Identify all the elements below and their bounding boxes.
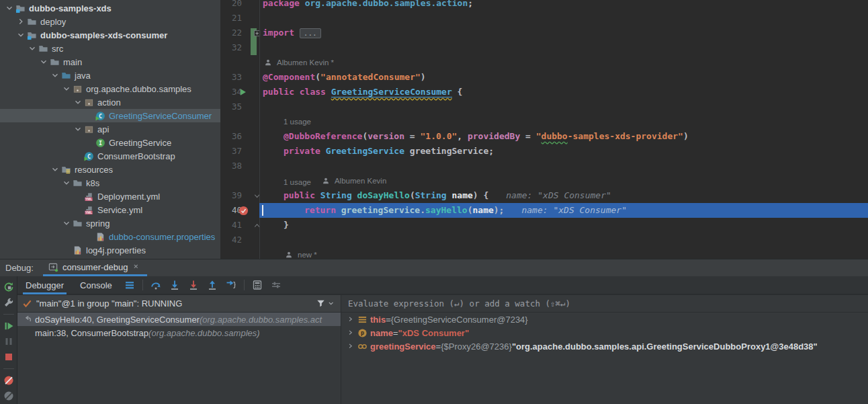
step-into-button[interactable] bbox=[167, 278, 182, 292]
tree-item-label: GreetingServiceConsumer bbox=[109, 111, 212, 121]
chevron-expanded-icon[interactable] bbox=[38, 56, 49, 67]
tree-item-k8s[interactable]: k8s bbox=[0, 176, 220, 190]
editor-line-37[interactable]: 37private GreetingService greetingServic… bbox=[220, 144, 868, 159]
stop-button[interactable] bbox=[3, 352, 15, 363]
tree-item-action[interactable]: action bbox=[0, 95, 220, 109]
tree-item-log4j-properties[interactable]: log4j.properties bbox=[0, 243, 220, 257]
evaluate-expression-button[interactable] bbox=[250, 278, 265, 292]
view-breakpoints-button[interactable] bbox=[3, 374, 15, 386]
editor-line-41[interactable]: 41} bbox=[220, 218, 868, 233]
tab-consumer-debug[interactable]: consumer-debug bbox=[43, 259, 148, 276]
force-step-into-button[interactable] bbox=[186, 278, 201, 292]
filter-icon[interactable] bbox=[315, 298, 326, 309]
tree-item-deployment-yml[interactable]: YMLDeployment.yml bbox=[0, 190, 220, 203]
execution-point-icon bbox=[21, 314, 34, 325]
run-arrow-icon[interactable] bbox=[238, 87, 249, 97]
resume-program-icon bbox=[3, 321, 14, 331]
view-tab-console[interactable]: Console bbox=[72, 276, 120, 294]
chevron-down-icon[interactable] bbox=[326, 298, 337, 309]
chevron-expanded-icon[interactable] bbox=[61, 83, 72, 94]
tree-item-service-yml[interactable]: YMLService.yml bbox=[0, 203, 220, 216]
layout-settings-button[interactable] bbox=[269, 278, 284, 292]
this-var-icon bbox=[356, 314, 368, 325]
tree-item-label: dubbo-samples-xds bbox=[29, 3, 112, 13]
chevron-expanded-icon[interactable] bbox=[15, 30, 26, 40]
line-number: 38 bbox=[220, 159, 242, 173]
view-tab-debugger[interactable]: Debugger bbox=[17, 276, 72, 294]
mute-breakpoints-button[interactable] bbox=[3, 391, 15, 402]
editor-line-40[interactable]: 40return greetingService.sayHello(name);… bbox=[220, 203, 868, 218]
editor-line-36[interactable]: 36@DubboReference(version = "1.0.0", pro… bbox=[220, 129, 868, 144]
stack-frame[interactable]: doSayHello:40, GreetingServiceConsumer (… bbox=[17, 313, 341, 326]
run-to-cursor-button[interactable] bbox=[224, 278, 238, 292]
editor-line-32[interactable]: 32 bbox=[220, 40, 868, 55]
chevron-expanded-icon[interactable] bbox=[50, 164, 60, 175]
editor-annotation-line: 1 usage bbox=[220, 114, 868, 129]
tree-item-greetingserviceconsumer[interactable]: CGreetingServiceConsumer bbox=[0, 109, 220, 122]
resume-program-button[interactable] bbox=[3, 320, 15, 331]
watch-input-row[interactable]: Evaluate expression (↵) or add a watch (… bbox=[341, 295, 868, 313]
editor-line-21[interactable]: 21 bbox=[220, 11, 868, 26]
modify-run-configuration-button[interactable] bbox=[3, 296, 15, 308]
tree-item-api[interactable]: api bbox=[0, 122, 220, 136]
editor-line-42[interactable]: 42 bbox=[220, 233, 868, 247]
tree-item-dubbo-consumer-properties[interactable]: dubbo-consumer.properties bbox=[0, 230, 220, 243]
code-content bbox=[259, 40, 868, 55]
show-execution-point-icon bbox=[124, 280, 135, 290]
tree-item-label: dubbo-samples-xds-consumer bbox=[40, 30, 167, 40]
tree-item-dubbo-samples-xds-consumer[interactable]: dubbo-samples-xds-consumer bbox=[0, 28, 220, 42]
editor-line-34[interactable]: 34public class GreetingServiceConsumer { bbox=[220, 85, 868, 99]
chevron-expanded-icon[interactable] bbox=[4, 3, 15, 13]
tree-item-resources[interactable]: resources bbox=[0, 163, 220, 176]
tree-item-src[interactable]: src bbox=[0, 42, 220, 55]
expand-chevron-icon[interactable] bbox=[345, 314, 356, 325]
tree-item-main[interactable]: main bbox=[0, 55, 220, 69]
author-annotation[interactable]: Albumen Kevin bbox=[320, 173, 386, 188]
author-annotation[interactable]: Albumen Kevin * bbox=[263, 55, 334, 70]
editor-line-39[interactable]: 39public String doSayHello(String name) … bbox=[220, 188, 868, 203]
show-execution-point-button[interactable] bbox=[122, 278, 137, 292]
usage-hint[interactable]: 1 usage bbox=[284, 114, 311, 129]
step-out-button[interactable] bbox=[205, 278, 220, 292]
stack-frame[interactable]: main:38, ConsumerBootstrap (org.apache.d… bbox=[17, 326, 341, 339]
mute-breakpoints-icon bbox=[3, 391, 14, 401]
tree-item-deploy[interactable]: deploy bbox=[0, 15, 220, 28]
chevron-expanded-icon[interactable] bbox=[50, 70, 60, 81]
close-icon[interactable] bbox=[131, 261, 142, 272]
editor-line-22[interactable]: 22import ... bbox=[220, 26, 868, 40]
editor-line-38[interactable]: 38 bbox=[220, 159, 868, 173]
usage-hint[interactable]: 1 usage bbox=[284, 175, 311, 190]
expand-chevron-icon[interactable] bbox=[345, 327, 356, 338]
author-icon bbox=[320, 175, 331, 186]
variable-row-greetingService[interactable]: greetingService = {$Proxy26@7236} "org.a… bbox=[341, 339, 868, 353]
breakpoint-icon[interactable] bbox=[238, 205, 249, 216]
tree-item-dubbo-samples-xds[interactable]: dubbo-samples-xds bbox=[0, 1, 220, 15]
code-editor[interactable]: 20package org.apache.dubbo.samples.actio… bbox=[220, 0, 868, 259]
step-over-button[interactable] bbox=[148, 278, 163, 292]
chevron-expanded-icon[interactable] bbox=[61, 218, 72, 229]
module-folder-icon bbox=[15, 3, 26, 13]
expand-chevron-icon[interactable] bbox=[345, 341, 356, 352]
tree-item-org-apache-dubbo-samples[interactable]: org.apache.dubbo.samples bbox=[0, 82, 220, 95]
rerun-button[interactable] bbox=[3, 281, 15, 292]
variable-row-this[interactable]: this = {GreetingServiceConsumer@7234} bbox=[341, 313, 868, 326]
code-content: @Component("annotatedConsumer") bbox=[259, 70, 868, 85]
tree-item-greetingservice[interactable]: IGreetingService bbox=[0, 136, 220, 149]
thread-selector[interactable]: "main"@1 in group "main": RUNNING bbox=[17, 295, 341, 313]
chevron-expanded-icon[interactable] bbox=[73, 124, 83, 134]
author-annotation[interactable]: new * bbox=[284, 247, 317, 259]
variable-row-name[interactable]: pname = "xDS Consumer" bbox=[341, 326, 868, 339]
tree-item-consumerbootstrap[interactable]: CConsumerBootstrap bbox=[0, 149, 220, 163]
tree-item-java[interactable]: java bbox=[0, 69, 220, 82]
chevron-collapsed-icon[interactable] bbox=[15, 16, 26, 27]
tree-item-spring[interactable]: spring bbox=[0, 216, 220, 230]
editor-line-33[interactable]: 33@Component("annotatedConsumer") bbox=[220, 70, 868, 85]
editor-line-20[interactable]: 20package org.apache.dubbo.samples.actio… bbox=[220, 0, 868, 11]
field-var-icon bbox=[356, 341, 368, 352]
chevron-expanded-icon[interactable] bbox=[61, 177, 72, 188]
editor-line-35[interactable]: 35 bbox=[220, 99, 868, 114]
modify-run-configuration-icon bbox=[3, 297, 14, 308]
chevron-expanded-icon[interactable] bbox=[73, 97, 83, 108]
chevron-expanded-icon[interactable] bbox=[27, 43, 38, 54]
pause-program-button[interactable] bbox=[3, 335, 15, 347]
